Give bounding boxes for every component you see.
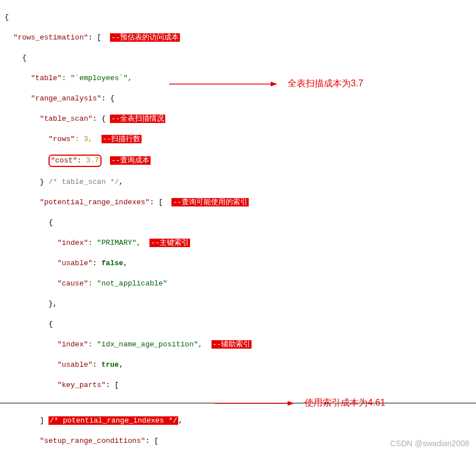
- code-line: "table_scan": { --全表扫描情况: [5, 114, 471, 124]
- annotation-label: /* potential_range_indexes */: [49, 416, 178, 425]
- annotation-label: --全表扫描情况: [110, 115, 165, 123]
- code-line: {: [5, 218, 471, 228]
- code-line: "rows": 3, --扫描行数: [5, 134, 471, 144]
- code-line: "range_analysis": {: [5, 94, 471, 104]
- highlighted-cost: "cost": 3.7: [49, 155, 102, 167]
- arrow-icon: [214, 398, 299, 408]
- code-line: "usable": true,: [5, 360, 471, 370]
- annotation-label: --主键索引: [149, 239, 190, 247]
- code-line: {: [5, 53, 471, 63]
- code-line: "cause": "not_applicable": [5, 279, 471, 289]
- code-line: "key_parts": [: [5, 380, 471, 390]
- code-line: "cost": 3.7 --查询成本: [5, 155, 471, 167]
- code-line: "rows_estimation": [ --预估表的访问成本: [5, 33, 471, 43]
- annotation-label: --扫描行数: [102, 135, 142, 143]
- annotation-label: --预估表的访问成本: [110, 33, 180, 42]
- code-line: } /* table_scan */,: [5, 177, 471, 187]
- code-line: },: [5, 299, 471, 309]
- code-block: { "rows_estimation": [ --预估表的访问成本 { "tab…: [0, 0, 476, 403]
- annotation-label: --查询可能使用的索引: [171, 198, 249, 206]
- code-line: "index": "idx_name_age_position", --辅助索引: [5, 340, 471, 350]
- watermark-text: CSDN @swadian2008: [390, 439, 469, 448]
- code-line: ] /* potential_range_indexes */,: [5, 416, 471, 426]
- arrow-icon: [169, 79, 282, 89]
- code-line: "index": "PRIMARY", --主键索引: [5, 238, 471, 248]
- code-line: {: [5, 12, 471, 23]
- callout-text: 全表扫描成本为3.7: [288, 78, 363, 90]
- code-line: "usable": false,: [5, 258, 471, 269]
- annotation-label: --辅助索引: [211, 340, 252, 349]
- code-line: "potential_range_indexes": [ --查询可能使用的索引: [5, 197, 471, 208]
- annotation-label: --查询成本: [110, 156, 151, 165]
- code-line: {: [5, 319, 471, 329]
- callout-text: 使用索引成本为4.61: [305, 397, 385, 409]
